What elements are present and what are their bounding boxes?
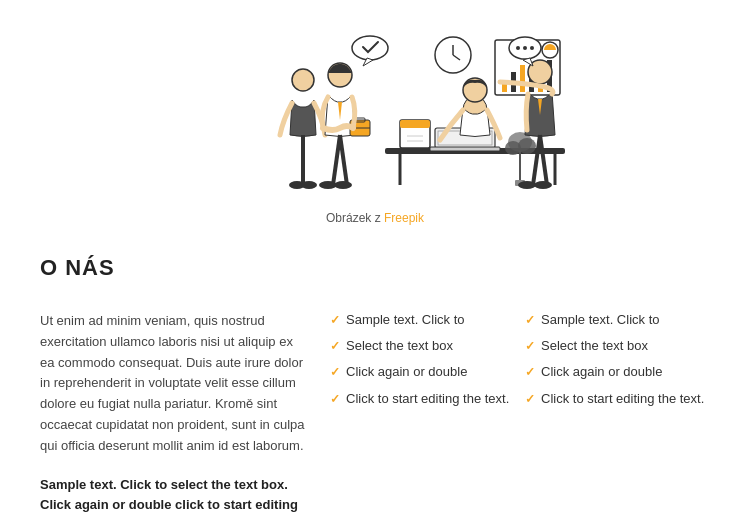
check-icon-5 <box>525 312 535 329</box>
checklist-left-item-2: Select the text box <box>346 337 453 355</box>
checklist-left-item-4: Click to start editing the text. <box>346 390 509 408</box>
body-text: Ut enim ad minim veniam, quis nostrud ex… <box>40 311 310 457</box>
check-icon-3 <box>330 364 340 381</box>
svg-line-2 <box>453 55 460 60</box>
checklist-right-item-3: Click again or double <box>541 363 662 381</box>
checklist-left: Sample text. Click to Select the text bo… <box>330 311 515 416</box>
svg-point-24 <box>518 138 536 154</box>
check-icon-4 <box>330 391 340 408</box>
checklist-right: Sample text. Click to Select the text bo… <box>525 311 710 416</box>
checklist-item: Click to start editing the text. <box>330 390 515 408</box>
svg-point-47 <box>516 46 520 50</box>
checklist-right-item-4: Click to start editing the text. <box>541 390 704 408</box>
content-columns: Ut enim ad minim veniam, quis nostrud ex… <box>40 311 710 513</box>
illustration-svg <box>185 20 565 205</box>
left-column: Ut enim ad minim veniam, quis nostrud ex… <box>40 311 310 513</box>
svg-rect-6 <box>520 65 525 92</box>
illustration-wrapper <box>185 20 565 205</box>
checklist-item: Sample text. Click to <box>330 311 515 329</box>
image-section: Obrázek z Freepik <box>40 20 710 225</box>
right-columns: Sample text. Click to Select the text bo… <box>330 311 710 416</box>
svg-rect-15 <box>430 147 500 151</box>
check-icon-8 <box>525 391 535 408</box>
content-section: O NÁS Ut enim ad minim veniam, quis nost… <box>40 255 710 513</box>
checklist-item: Click to start editing the text. <box>525 390 710 408</box>
svg-point-31 <box>301 181 317 189</box>
svg-rect-18 <box>400 120 430 128</box>
image-caption: Obrázek z Freepik <box>326 211 424 225</box>
checklist-item: Click again or double <box>330 363 515 381</box>
svg-line-37 <box>340 135 347 185</box>
checklist-item: Select the text box <box>330 337 515 355</box>
svg-line-36 <box>333 135 340 185</box>
svg-point-28 <box>292 69 314 91</box>
svg-point-44 <box>534 181 552 189</box>
checklist-right-item-1: Sample text. Click to <box>541 311 660 329</box>
checklist-left-item-3: Click again or double <box>346 363 467 381</box>
checklist-item: Sample text. Click to <box>525 311 710 329</box>
freepik-link[interactable]: Freepik <box>384 211 424 225</box>
page-container: Obrázek z Freepik O NÁS Ut enim ad minim… <box>0 0 750 513</box>
svg-line-42 <box>540 135 547 185</box>
caption-prefix: Obrázek z <box>326 211 384 225</box>
svg-point-45 <box>352 36 388 60</box>
checklist-item: Click again or double <box>525 363 710 381</box>
checklist-right-item-2: Select the text box <box>541 337 648 355</box>
svg-point-43 <box>518 181 536 189</box>
svg-point-48 <box>523 46 527 50</box>
svg-point-39 <box>334 181 352 189</box>
check-icon-1 <box>330 312 340 329</box>
svg-point-49 <box>530 46 534 50</box>
bold-sample-text: Sample text. Click to select the text bo… <box>40 475 310 513</box>
section-title: O NÁS <box>40 255 710 281</box>
check-icon-6 <box>525 338 535 355</box>
checklist-item: Select the text box <box>525 337 710 355</box>
check-icon-7 <box>525 364 535 381</box>
check-icon-2 <box>330 338 340 355</box>
checklist-left-item-1: Sample text. Click to <box>346 311 465 329</box>
